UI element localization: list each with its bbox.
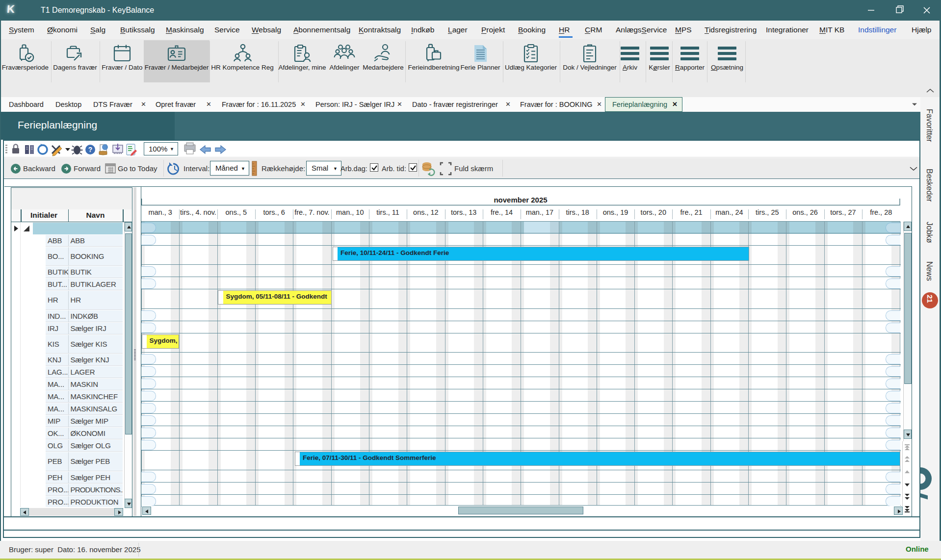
svg-text:?: ?: [88, 146, 93, 153]
